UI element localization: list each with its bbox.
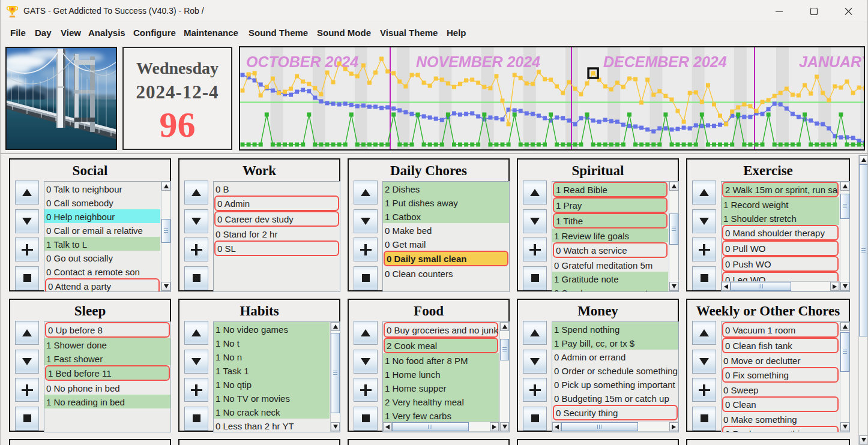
svg-text:OCTOBER 2024: OCTOBER 2024 [246, 53, 358, 70]
svg-text:DECEMBER 2024: DECEMBER 2024 [603, 53, 727, 70]
svg-text:NOVEMBER 2024: NOVEMBER 2024 [416, 53, 540, 70]
svg-text:JANUARY: JANUARY [799, 53, 864, 70]
